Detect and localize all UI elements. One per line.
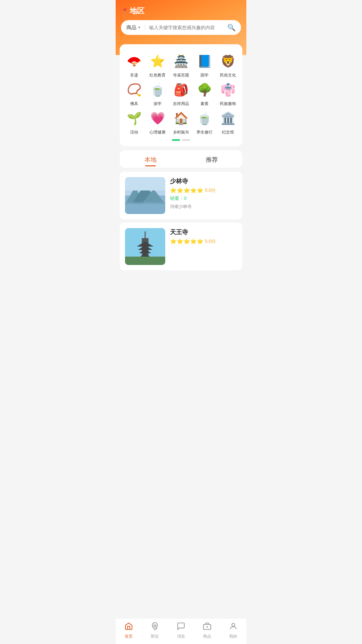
svg-point-15 xyxy=(154,625,156,627)
category-icon-xiangcun: 🏠 xyxy=(172,109,190,127)
nav-icon-nearby xyxy=(150,622,159,633)
listing-title-shaolin: 少林寺 xyxy=(170,177,237,185)
category-icon-feiyichan: 🪭 xyxy=(125,52,143,70)
category-item-jixiang[interactable]: 🎒 吉祥用品 xyxy=(169,81,193,107)
svg-rect-5 xyxy=(125,202,165,214)
nav-icon-message xyxy=(177,622,185,633)
category-item-suzhai[interactable]: 🌳 素斋 xyxy=(193,81,216,107)
sales-row: 销量：0 xyxy=(170,196,237,202)
svg-point-20 xyxy=(232,623,235,626)
category-label-simiao: 寺庙宫观 xyxy=(173,72,189,78)
svg-point-16 xyxy=(156,628,157,629)
nav-item-mine[interactable]: 我的 xyxy=(220,619,246,644)
nav-label-message: 消息 xyxy=(177,634,185,639)
category-label-xiangcun: 乡村振兴 xyxy=(173,129,189,135)
dot-active xyxy=(172,139,180,141)
category-label-xinli: 心理健康 xyxy=(149,129,166,135)
tab-local[interactable]: 本地 xyxy=(120,150,181,168)
category-item-youxue[interactable]: 🍵 游学 xyxy=(146,81,169,107)
category-label-guoxue: 国学 xyxy=(200,72,208,78)
nav-label-mine: 我的 xyxy=(229,634,237,639)
category-label-huodong: 活动 xyxy=(130,129,138,135)
stars-row-shaolin: ⭐⭐⭐⭐⭐ 5.0分 xyxy=(170,187,237,194)
stars-tianwang: ⭐⭐⭐⭐⭐ xyxy=(170,238,203,245)
nav-icon-mine xyxy=(229,622,238,633)
category-label-feiyichan: 非遗 xyxy=(130,72,138,78)
nav-label-shop: 商品 xyxy=(203,634,211,639)
category-item-simiao[interactable]: 🏯 寺庙宫观 xyxy=(169,52,193,78)
nav-label-home: 首页 xyxy=(125,634,133,639)
search-divider xyxy=(145,24,145,31)
category-label-minzu: 民族服饰 xyxy=(220,101,236,107)
location-pin-icon: 📍 xyxy=(121,7,128,15)
tab-recommend[interactable]: 推荐 xyxy=(181,150,242,168)
stars-row-tianwang: ⭐⭐⭐⭐⭐ 5.0分 xyxy=(170,238,237,245)
listing-item-shaolin[interactable]: 少林寺 ⭐⭐⭐⭐⭐ 5.0分 销量：0 河南少林寺 xyxy=(120,172,242,219)
category-item-huodong[interactable]: 🌱 活动 xyxy=(122,109,146,135)
category-item-xinli[interactable]: 💗 心理健康 xyxy=(146,109,169,135)
category-icon-minsu: 🦁 xyxy=(219,52,237,70)
category-item-fouju[interactable]: 📿 佛具 xyxy=(122,81,146,107)
stars-shaolin: ⭐⭐⭐⭐⭐ xyxy=(170,187,203,194)
category-icon-huodong: 🌱 xyxy=(125,109,143,127)
dot-indicators xyxy=(122,139,240,141)
category-label-suzhai: 素斋 xyxy=(200,101,208,107)
category-label-jinian: 纪念馆 xyxy=(222,129,234,135)
tabs-row: 本地推荐 xyxy=(120,150,242,168)
listing-item-tianwang[interactable]: 天王寺 ⭐⭐⭐⭐⭐ 5.0分 xyxy=(120,223,242,270)
category-icon-simiao: 🏯 xyxy=(172,52,190,70)
category-item-hongse[interactable]: ⭐ 红色教育 xyxy=(146,52,169,78)
category-icon-suzhai: 🌳 xyxy=(195,81,214,99)
category-label-yangsheng: 养生修行 xyxy=(196,129,213,135)
nav-label-nearby: 附近 xyxy=(151,634,159,639)
nav-icon-shop xyxy=(203,622,212,633)
category-item-yangsheng[interactable]: 🍵 养生修行 xyxy=(193,109,216,135)
location-label[interactable]: 地区 xyxy=(130,6,144,16)
nav-item-nearby[interactable]: 附近 xyxy=(142,619,168,644)
category-icon-jinian: 🏛️ xyxy=(219,109,237,127)
nav-item-home[interactable]: 首页 xyxy=(116,619,142,644)
nav-item-shop[interactable]: 商品 xyxy=(194,619,220,644)
category-icon-hongse: ⭐ xyxy=(148,52,167,70)
search-icon[interactable]: 🔍 xyxy=(227,23,236,32)
category-card: 🪭 非遗 ⭐ 红色教育 🏯 寺庙宫观 📘 国学 🦁 民俗文化 📿 佛具 🍵 游学… xyxy=(120,44,242,146)
nav-item-message[interactable]: 消息 xyxy=(168,619,194,644)
category-grid: 🪭 非遗 ⭐ 红色教育 🏯 寺庙宫观 📘 国学 🦁 民俗文化 📿 佛具 🍵 游学… xyxy=(122,52,240,135)
category-item-xiangcun[interactable]: 🏠 乡村振兴 xyxy=(169,109,193,135)
svg-rect-6 xyxy=(125,177,165,191)
category-label-youxue: 游学 xyxy=(154,101,162,107)
nav-icon-home xyxy=(124,622,133,633)
tabs-section: 本地推荐 xyxy=(120,150,242,168)
category-icon-youxue: 🍵 xyxy=(148,81,167,99)
category-item-feiyichan[interactable]: 🪭 非遗 xyxy=(122,52,146,78)
dot-inactive xyxy=(182,139,190,141)
category-item-minzu[interactable]: 👘 民族服饰 xyxy=(216,81,240,107)
category-icon-fouju: 📿 xyxy=(125,81,143,99)
category-icon-xinli: 💗 xyxy=(148,109,167,127)
listing-image-tianwang xyxy=(125,228,165,265)
svg-rect-8 xyxy=(125,257,165,265)
address-row: 河南少林寺 xyxy=(170,204,237,210)
category-label-fouju: 佛具 xyxy=(130,101,138,107)
category-icon-jixiang: 🎒 xyxy=(172,81,190,99)
bottom-nav: 首页 附近 消息 商品 我的 xyxy=(116,618,246,644)
listing-title-tianwang: 天王寺 xyxy=(170,228,237,236)
category-icon-guoxue: 📘 xyxy=(195,52,214,70)
location-row[interactable]: 📍 地区 xyxy=(121,6,241,16)
listing-info-tianwang: 天王寺 ⭐⭐⭐⭐⭐ 5.0分 xyxy=(170,228,237,265)
score-tianwang: 5.0分 xyxy=(205,238,216,245)
category-icon-yangsheng: 🍵 xyxy=(195,109,214,127)
search-category-dropdown[interactable]: 商品 xyxy=(126,24,141,31)
listing-image-shaolin xyxy=(125,177,165,214)
category-label-hongse: 红色教育 xyxy=(149,72,166,78)
category-label-minsu: 民俗文化 xyxy=(220,72,236,78)
category-label-jixiang: 吉祥用品 xyxy=(173,101,189,107)
listing-info-shaolin: 少林寺 ⭐⭐⭐⭐⭐ 5.0分 销量：0 河南少林寺 xyxy=(170,177,237,214)
category-item-guoxue[interactable]: 📘 国学 xyxy=(193,52,216,78)
search-bar[interactable]: 商品 🔍 xyxy=(121,20,241,35)
category-item-minsu[interactable]: 🦁 民俗文化 xyxy=(216,52,240,78)
category-item-jinian[interactable]: 🏛️ 纪念馆 xyxy=(216,109,240,135)
search-input[interactable] xyxy=(149,25,225,30)
listings-container: 少林寺 ⭐⭐⭐⭐⭐ 5.0分 销量：0 河南少林寺 天王寺 xyxy=(116,172,246,270)
score-shaolin: 5.0分 xyxy=(205,187,216,194)
